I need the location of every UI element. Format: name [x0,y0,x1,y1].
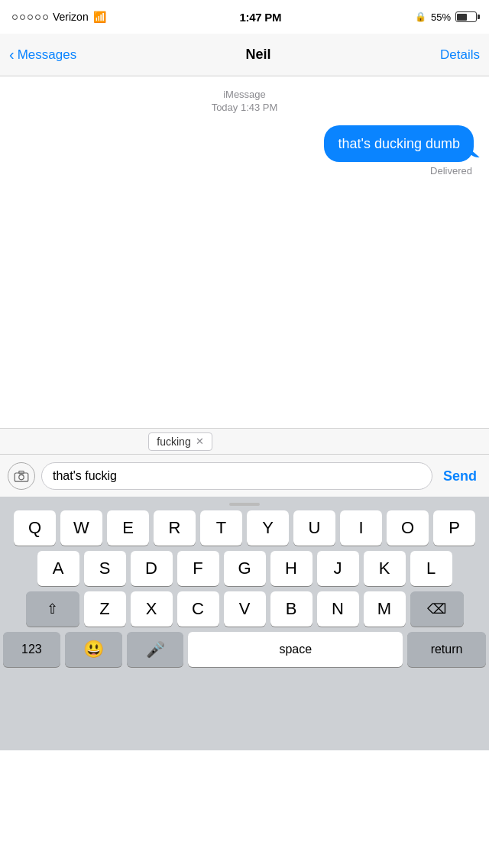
chip-close-icon[interactable]: ✕ [196,436,204,447]
key-m[interactable]: M [364,591,406,627]
key-f[interactable]: F [177,551,219,586]
camera-button[interactable] [8,462,35,490]
service-label: iMessage [9,89,480,100]
svg-rect-0 [15,473,28,481]
chip-text: fucking [157,436,190,448]
key-l[interactable]: L [410,551,452,586]
battery-container [455,11,477,22]
message-area: iMessage Today 1:43 PM that's ducking du… [0,76,489,428]
shift-key[interactable]: ⇧ [26,591,79,627]
battery-percent: 55% [431,11,451,23]
svg-rect-2 [19,471,24,474]
key-e[interactable]: E [107,510,149,546]
key-s[interactable]: S [84,551,126,586]
message-row-outgoing: that's ducking dumb [9,125,480,162]
key-n[interactable]: N [317,591,359,627]
key-k[interactable]: K [364,551,406,586]
return-key[interactable]: return [407,632,486,667]
key-r[interactable]: R [154,510,196,546]
keyboard: Q W E R T Y U I O P A S D F G H J K L ⇧ … [0,497,489,750]
keyboard-row-1: Q W E R T Y U I O P [3,510,486,546]
delete-key[interactable]: ⌫ [410,591,464,627]
time-label: Today 1:43 PM [9,102,480,113]
dot1 [12,15,18,20]
key-t[interactable]: T [200,510,242,546]
dot3 [28,15,33,20]
space-key[interactable]: space [188,632,403,667]
key-d[interactable]: D [131,551,173,586]
key-b[interactable]: B [270,591,313,627]
back-chevron-icon: ‹ [9,47,15,62]
nav-bar: ‹ Messages Neil Details [0,34,489,76]
camera-icon [14,470,29,482]
signal-dots [12,15,48,20]
mic-key[interactable]: 🎤 [127,632,184,667]
lock-icon: 🔒 [415,11,426,22]
key-g[interactable]: G [224,551,266,586]
dot2 [20,15,25,20]
autocomplete-chip[interactable]: fucking ✕ [148,432,212,451]
battery-bar [455,11,477,22]
dot4 [35,15,40,20]
key-q[interactable]: Q [14,510,56,546]
key-w[interactable]: W [60,510,102,546]
status-right: 🔒 55% [415,11,477,23]
status-bar: Verizon 📶 1:47 PM 🔒 55% [0,0,489,34]
key-p[interactable]: P [433,510,475,546]
key-j[interactable]: J [317,551,359,586]
key-o[interactable]: O [387,510,429,546]
message-input[interactable] [41,462,432,490]
back-button[interactable]: ‹ Messages [9,47,76,63]
keyboard-row-2: A S D F G H J K L [3,551,486,586]
wifi-icon: 📶 [93,11,106,23]
keyboard-row-3: ⇧ Z X C V B N M ⌫ [3,591,486,627]
keyboard-row-4: 123 😃 🎤 space return [3,632,486,667]
svg-point-1 [19,474,24,479]
status-left: Verizon 📶 [12,11,106,23]
carrier-label: Verizon [53,11,89,23]
key-c[interactable]: C [177,591,219,627]
conversation-title: Neil [246,47,271,63]
key-h[interactable]: H [270,551,313,586]
input-row: Send [0,455,489,497]
status-time: 1:47 PM [240,11,282,24]
input-area: fucking ✕ Send [0,428,489,497]
send-button[interactable]: Send [439,465,481,487]
key-v[interactable]: V [224,591,266,627]
emoji-key[interactable]: 😃 [65,632,122,667]
autocomplete-bar: fucking ✕ [0,429,489,455]
key-i[interactable]: I [340,510,382,546]
numbers-key[interactable]: 123 [3,632,60,667]
details-button[interactable]: Details [440,47,480,63]
key-z[interactable]: Z [84,591,126,627]
key-u[interactable]: U [293,510,335,546]
message-bubble: that's ducking dumb [324,125,474,162]
drag-handle [229,503,260,506]
battery-fill [457,14,467,21]
dot5 [43,15,48,20]
key-a[interactable]: A [37,551,79,586]
bubble-text: that's ducking dumb [338,136,460,151]
key-y[interactable]: Y [247,510,289,546]
back-label: Messages [18,47,76,63]
delivered-label: Delivered [9,165,480,177]
key-x[interactable]: X [131,591,173,627]
